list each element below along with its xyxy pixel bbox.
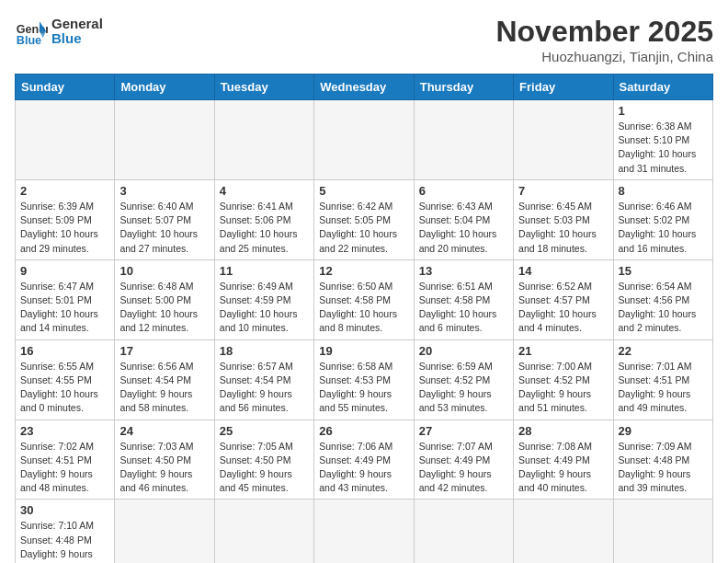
day-number: 12 bbox=[319, 264, 408, 278]
day-info: Sunrise: 7:02 AM Sunset: 4:51 PM Dayligh… bbox=[20, 440, 109, 496]
title-block: November 2025 Huozhuangzi, Tianjin, Chin… bbox=[495, 15, 713, 64]
calendar-cell bbox=[414, 500, 513, 563]
calendar-cell: 4Sunrise: 6:41 AM Sunset: 5:06 PM Daylig… bbox=[214, 179, 313, 259]
day-number: 24 bbox=[119, 424, 209, 438]
day-number: 11 bbox=[220, 264, 309, 278]
weekday-header-friday: Friday bbox=[514, 75, 613, 100]
day-number: 5 bbox=[319, 184, 408, 198]
day-info: Sunrise: 6:59 AM Sunset: 4:52 PM Dayligh… bbox=[419, 360, 508, 416]
weekday-header-thursday: Thursday bbox=[414, 75, 513, 100]
day-number: 13 bbox=[419, 264, 508, 278]
day-info: Sunrise: 6:56 AM Sunset: 4:54 PM Dayligh… bbox=[119, 360, 209, 416]
day-info: Sunrise: 6:58 AM Sunset: 4:53 PM Dayligh… bbox=[319, 360, 408, 416]
month-title: November 2025 bbox=[495, 15, 713, 49]
day-number: 6 bbox=[419, 184, 508, 198]
day-info: Sunrise: 6:45 AM Sunset: 5:03 PM Dayligh… bbox=[518, 200, 608, 256]
day-number: 27 bbox=[419, 424, 508, 438]
day-info: Sunrise: 6:38 AM Sunset: 5:10 PM Dayligh… bbox=[619, 120, 708, 176]
calendar-cell: 2Sunrise: 6:39 AM Sunset: 5:09 PM Daylig… bbox=[16, 179, 115, 259]
day-info: Sunrise: 7:06 AM Sunset: 4:49 PM Dayligh… bbox=[319, 440, 408, 496]
day-number: 10 bbox=[119, 264, 209, 278]
day-number: 30 bbox=[20, 503, 109, 517]
week-row-6: 30Sunrise: 7:10 AM Sunset: 4:48 PM Dayli… bbox=[16, 500, 713, 563]
calendar-cell bbox=[514, 500, 613, 563]
calendar-cell: 18Sunrise: 6:57 AM Sunset: 4:54 PM Dayli… bbox=[214, 339, 313, 419]
day-info: Sunrise: 6:40 AM Sunset: 5:07 PM Dayligh… bbox=[119, 200, 209, 256]
weekday-header-monday: Monday bbox=[115, 75, 214, 100]
calendar-cell bbox=[414, 100, 513, 180]
calendar-cell bbox=[214, 100, 313, 180]
day-number: 8 bbox=[619, 184, 708, 198]
weekday-header-row: SundayMondayTuesdayWednesdayThursdayFrid… bbox=[16, 75, 713, 100]
calendar-cell bbox=[314, 500, 414, 563]
calendar-cell: 29Sunrise: 7:09 AM Sunset: 4:48 PM Dayli… bbox=[613, 419, 712, 500]
day-info: Sunrise: 6:48 AM Sunset: 5:00 PM Dayligh… bbox=[119, 280, 209, 336]
week-row-5: 23Sunrise: 7:02 AM Sunset: 4:51 PM Dayli… bbox=[16, 419, 713, 500]
day-info: Sunrise: 6:43 AM Sunset: 5:04 PM Dayligh… bbox=[419, 200, 508, 256]
logo-general: General bbox=[51, 17, 103, 32]
day-info: Sunrise: 7:09 AM Sunset: 4:48 PM Dayligh… bbox=[619, 440, 708, 496]
calendar-cell: 24Sunrise: 7:03 AM Sunset: 4:50 PM Dayli… bbox=[115, 419, 214, 500]
day-info: Sunrise: 7:08 AM Sunset: 4:49 PM Dayligh… bbox=[518, 440, 608, 496]
calendar-cell: 19Sunrise: 6:58 AM Sunset: 4:53 PM Dayli… bbox=[314, 339, 414, 419]
calendar-cell bbox=[514, 100, 613, 180]
day-number: 7 bbox=[518, 184, 608, 198]
day-info: Sunrise: 7:00 AM Sunset: 4:52 PM Dayligh… bbox=[518, 360, 608, 416]
day-number: 29 bbox=[619, 424, 708, 438]
day-number: 15 bbox=[619, 264, 708, 278]
day-number: 25 bbox=[220, 424, 309, 438]
calendar-cell: 10Sunrise: 6:48 AM Sunset: 5:00 PM Dayli… bbox=[115, 259, 214, 339]
day-number: 18 bbox=[220, 344, 309, 358]
calendar-cell bbox=[16, 100, 115, 180]
calendar-cell bbox=[115, 500, 214, 563]
calendar-cell: 9Sunrise: 6:47 AM Sunset: 5:01 PM Daylig… bbox=[16, 259, 115, 339]
day-number: 3 bbox=[119, 184, 209, 198]
day-info: Sunrise: 6:52 AM Sunset: 4:57 PM Dayligh… bbox=[518, 280, 608, 336]
day-info: Sunrise: 6:51 AM Sunset: 4:58 PM Dayligh… bbox=[419, 280, 508, 336]
day-number: 23 bbox=[20, 424, 109, 438]
calendar-cell: 30Sunrise: 7:10 AM Sunset: 4:48 PM Dayli… bbox=[16, 500, 115, 563]
svg-text:Blue: Blue bbox=[17, 34, 41, 47]
day-number: 21 bbox=[518, 344, 608, 358]
day-number: 4 bbox=[220, 184, 309, 198]
page-header: General Blue General Blue November 2025 … bbox=[15, 15, 713, 64]
day-info: Sunrise: 6:42 AM Sunset: 5:05 PM Dayligh… bbox=[319, 200, 408, 256]
calendar-cell bbox=[115, 100, 214, 180]
location: Huozhuangzi, Tianjin, China bbox=[495, 49, 713, 64]
day-info: Sunrise: 6:50 AM Sunset: 4:58 PM Dayligh… bbox=[319, 280, 408, 336]
day-number: 1 bbox=[619, 104, 708, 118]
weekday-header-sunday: Sunday bbox=[16, 75, 115, 100]
day-info: Sunrise: 6:57 AM Sunset: 4:54 PM Dayligh… bbox=[220, 360, 309, 416]
day-info: Sunrise: 7:01 AM Sunset: 4:51 PM Dayligh… bbox=[619, 360, 708, 416]
calendar-cell: 17Sunrise: 6:56 AM Sunset: 4:54 PM Dayli… bbox=[115, 339, 214, 419]
calendar-cell: 1Sunrise: 6:38 AM Sunset: 5:10 PM Daylig… bbox=[613, 100, 712, 180]
calendar-cell: 11Sunrise: 6:49 AM Sunset: 4:59 PM Dayli… bbox=[214, 259, 313, 339]
calendar-cell bbox=[214, 500, 313, 563]
calendar-cell bbox=[613, 500, 712, 563]
day-info: Sunrise: 6:41 AM Sunset: 5:06 PM Dayligh… bbox=[220, 200, 309, 256]
day-number: 16 bbox=[20, 344, 109, 358]
calendar-cell: 6Sunrise: 6:43 AM Sunset: 5:04 PM Daylig… bbox=[414, 179, 513, 259]
week-row-1: 1Sunrise: 6:38 AM Sunset: 5:10 PM Daylig… bbox=[16, 100, 713, 180]
day-number: 17 bbox=[119, 344, 209, 358]
day-info: Sunrise: 7:10 AM Sunset: 4:48 PM Dayligh… bbox=[20, 519, 109, 563]
calendar-cell: 16Sunrise: 6:55 AM Sunset: 4:55 PM Dayli… bbox=[16, 339, 115, 419]
logo-blue: Blue bbox=[51, 31, 103, 47]
day-info: Sunrise: 7:07 AM Sunset: 4:49 PM Dayligh… bbox=[419, 440, 508, 496]
day-number: 2 bbox=[20, 184, 109, 198]
calendar-cell: 12Sunrise: 6:50 AM Sunset: 4:58 PM Dayli… bbox=[314, 259, 414, 339]
day-info: Sunrise: 6:47 AM Sunset: 5:01 PM Dayligh… bbox=[20, 280, 109, 336]
day-info: Sunrise: 7:03 AM Sunset: 4:50 PM Dayligh… bbox=[119, 440, 209, 496]
logo: General Blue General Blue bbox=[15, 15, 103, 48]
calendar: SundayMondayTuesdayWednesdayThursdayFrid… bbox=[15, 74, 713, 563]
day-number: 9 bbox=[20, 264, 109, 278]
day-number: 19 bbox=[319, 344, 408, 358]
calendar-cell: 5Sunrise: 6:42 AM Sunset: 5:05 PM Daylig… bbox=[314, 179, 414, 259]
calendar-cell: 21Sunrise: 7:00 AM Sunset: 4:52 PM Dayli… bbox=[514, 339, 613, 419]
calendar-cell: 20Sunrise: 6:59 AM Sunset: 4:52 PM Dayli… bbox=[414, 339, 513, 419]
calendar-cell bbox=[314, 100, 414, 180]
day-number: 26 bbox=[319, 424, 408, 438]
day-info: Sunrise: 6:55 AM Sunset: 4:55 PM Dayligh… bbox=[20, 360, 109, 416]
day-info: Sunrise: 6:46 AM Sunset: 5:02 PM Dayligh… bbox=[619, 200, 708, 256]
day-number: 14 bbox=[518, 264, 608, 278]
